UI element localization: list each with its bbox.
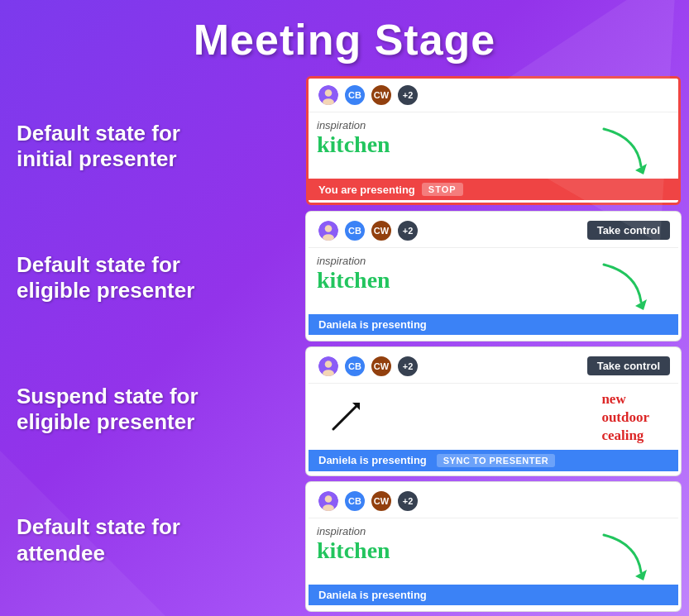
svg-point-9 [325,361,333,368]
svg-line-11 [333,406,356,429]
arrow-icon [596,256,653,318]
label-eligible-presenter: Default state for eligible presenter [17,252,298,303]
presenting-text: Daniela is presenting [318,589,427,601]
avatar-1 [317,219,340,242]
panel-4-content: inspiration kitchen [309,518,678,585]
presenting-text: Daniela is presenting [318,454,427,466]
label-attendee: Default state for attendee [17,514,298,566]
avatar-plus: +2 [396,219,419,242]
page-title: Meeting Stage [0,0,689,73]
avatar-1 [317,489,340,513]
avatar-3: CW [370,84,393,107]
avatar-3: CW [370,355,393,378]
take-control-button-2[interactable]: Take control [587,221,670,240]
presenting-text: Daniela is presenting [318,318,427,331]
label-suspend-eligible: Suspend state for eligible presenter [17,384,298,435]
svg-point-1 [325,89,333,97]
avatar-1 [317,355,340,378]
arrow-icon [596,121,653,182]
arrow-icon [596,527,653,588]
panel-1-content: inspiration kitchen [309,112,678,179]
svg-point-14 [325,495,333,503]
panels-column: CB CW +2 inspiration kitchen You are pre… [306,73,681,614]
panel-3-header: CB CW +2 Take control [309,350,678,384]
avatar-plus: +2 [396,355,419,378]
avatar-plus: +2 [396,84,419,107]
stop-button[interactable]: STOP [422,183,463,196]
avatar-2: CB [343,489,366,513]
avatar-2: CB [343,219,366,242]
sync-to-presenter-button[interactable]: SYNC TO PRESENTER [437,454,556,467]
panel-suspend-eligible: CB CW +2 Take control newoutdoorcealing [306,347,681,476]
avatar-plus: +2 [396,489,419,513]
avatar-3: CW [370,219,393,242]
outdoor-text: newoutdoorcealing [601,390,649,445]
panel-attendee: CB CW +2 inspiration kitchen Daniela is … [306,482,681,611]
panel-initial-presenter: CB CW +2 inspiration kitchen You are pre… [306,76,681,205]
avatar-3: CW [370,489,393,513]
avatar-2: CB [343,84,366,107]
panel-3-bar: Daniela is presenting SYNC TO PRESENTER [309,450,678,471]
presenting-text: You are presenting [318,184,415,196]
panel-3-content: newoutdoorcealing [309,384,678,450]
avatar-1 [317,84,340,107]
panel-1-header: CB CW +2 [309,79,678,112]
avatar-2: CB [343,355,366,378]
panel-4-header: CB CW +2 [309,485,678,518]
main-layout: Default state for initial presenter Defa… [0,73,689,614]
svg-point-5 [325,225,333,232]
panel-eligible-presenter: CB CW +2 Take control inspiration kitche… [306,212,681,341]
take-control-button-3[interactable]: Take control [587,356,670,375]
panel-2-header: CB CW +2 Take control [309,214,678,248]
diagonal-arrow-icon [325,396,366,441]
label-initial-presenter: Default state for initial presenter [17,121,298,172]
labels-column: Default state for initial presenter Defa… [17,73,298,614]
panel-2-content: inspiration kitchen [309,248,678,314]
